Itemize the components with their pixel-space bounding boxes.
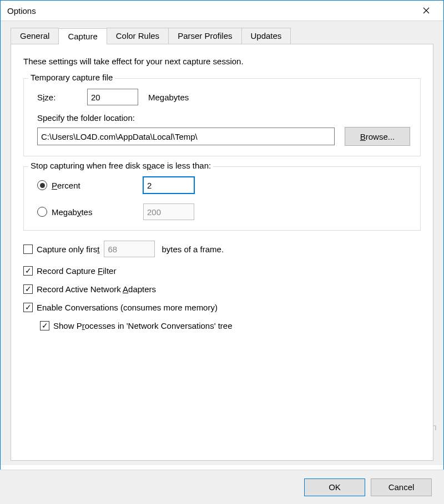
tab-parser-profiles[interactable]: Parser Profiles [168, 28, 241, 44]
tab-general[interactable]: General [11, 28, 59, 44]
group-temp-file: Temporary capture file Size: Megabytes S… [23, 78, 421, 156]
close-button[interactable] [413, 2, 439, 19]
content-area: General Capture Color Rules Parser Profi… [1, 21, 443, 465]
folder-input[interactable] [37, 128, 335, 145]
capture-first-suffix: bytes of a frame. [162, 245, 224, 254]
radio-row-percent: Percent [37, 177, 410, 194]
intro-text: These settings will take effect for your… [23, 57, 421, 66]
record-filter-label: Record Capture Filter [37, 266, 116, 276]
browse-button[interactable]: Browse... [345, 127, 410, 146]
percent-input[interactable] [143, 177, 194, 194]
radio-megabytes[interactable] [37, 207, 47, 217]
close-icon [423, 7, 430, 14]
tab-color-rules[interactable]: Color Rules [107, 28, 169, 44]
tab-capture[interactable]: Capture [58, 28, 107, 44]
checkbox-enable-conversations[interactable] [23, 303, 33, 312]
tab-panel-capture: These settings will take effect for your… [11, 44, 433, 461]
row-record-filter: Record Capture Filter [23, 266, 421, 276]
row-enable-conversations: Enable Conversations (consumes more memo… [23, 303, 421, 312]
enable-conversations-label: Enable Conversations (consumes more memo… [37, 303, 218, 312]
row-capture-first: Capture only first bytes of a frame. [23, 241, 421, 257]
checkbox-capture-first[interactable] [23, 245, 33, 254]
capture-first-label: Capture only first [37, 245, 99, 254]
radio-percent-label: Percent [52, 181, 143, 190]
record-adapters-label: Record Active Network Adapters [37, 284, 156, 294]
size-unit: Megabytes [148, 93, 189, 102]
show-processes-label: Show Processes in 'Network Conversations… [53, 321, 233, 330]
capture-first-input [104, 241, 155, 257]
ok-button[interactable]: OK [304, 478, 365, 496]
folder-label: Specify the folder location: [37, 113, 410, 123]
radio-megabytes-label: Megabytes [52, 207, 143, 217]
row-show-processes: Show Processes in 'Network Conversations… [40, 321, 421, 330]
group-stop-capture: Stop capturing when free disk space is l… [23, 166, 421, 231]
radio-row-megabytes: Megabytes [37, 203, 410, 220]
tab-strip: General Capture Color Rules Parser Profi… [11, 28, 433, 44]
size-row: Size: Megabytes [34, 89, 410, 105]
radio-percent[interactable] [37, 180, 47, 190]
row-record-adapters: Record Active Network Adapters [23, 284, 421, 294]
group-stop-title: Stop capturing when free disk space is l… [28, 161, 213, 170]
checkbox-show-processes[interactable] [40, 321, 49, 330]
cancel-button[interactable]: Cancel [371, 478, 432, 496]
folder-row: Browse... [37, 127, 410, 146]
megabytes-input [143, 203, 194, 220]
window-title: Options [7, 6, 36, 16]
dialog-buttons: OK Cancel [0, 470, 444, 504]
checkbox-record-filter[interactable] [23, 266, 33, 276]
size-input[interactable] [87, 89, 138, 105]
tab-updates[interactable]: Updates [241, 28, 291, 44]
titlebar: Options [1, 1, 443, 21]
group-temp-file-title: Temporary capture file [28, 73, 115, 82]
size-label: Size: [37, 93, 87, 102]
checkbox-record-adapters[interactable] [23, 284, 33, 294]
